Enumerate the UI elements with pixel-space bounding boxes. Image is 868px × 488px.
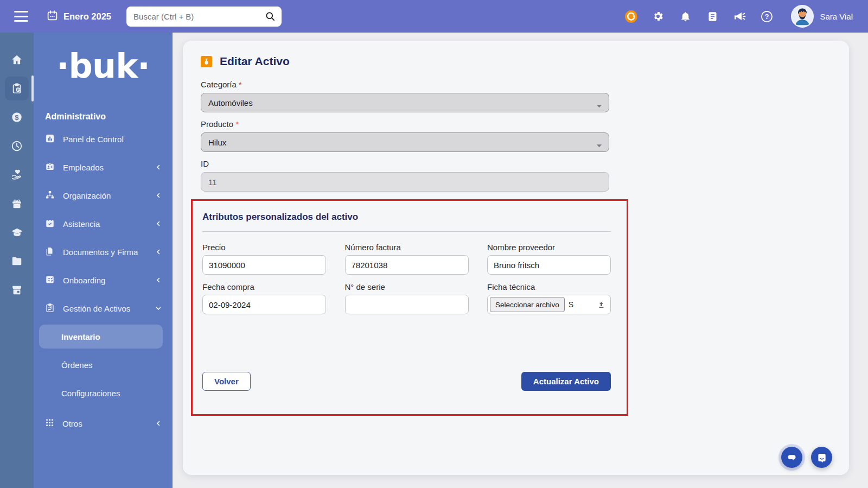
producto-select[interactable]: Hilux (201, 132, 609, 152)
sidebar-menu: ·buk· Administrativo Panel de Control Em… (34, 33, 173, 488)
rail-asset-management-icon[interactable] (5, 77, 29, 100)
page-title: Editar Activo (220, 55, 290, 68)
clipboard-sync-icon (45, 303, 55, 314)
nombre-proveedor-label: Nombre proveedor (487, 243, 611, 252)
sidebar-item-documentos-y-firma[interactable]: Documentos y Firma (34, 238, 173, 266)
checklist-icon (45, 275, 55, 286)
user-name: Sara Vial (820, 12, 853, 21)
ficha-tecnica-file-input[interactable]: Seleccionar archivo S (487, 295, 611, 314)
rail-folder-icon[interactable] (5, 249, 29, 273)
period-selector[interactable]: Enero 2025 (47, 10, 111, 23)
rail-payroll-icon[interactable]: $ (5, 105, 29, 129)
chat-bubble-button[interactable] (781, 447, 802, 468)
sidebar-subitem-configuraciones[interactable]: Configuraciones (34, 379, 173, 407)
main-area: Editar Activo Categoría * Automóviles Pr… (173, 33, 868, 488)
select-file-button[interactable]: Seleccionar archivo (490, 297, 565, 312)
rail-training-icon[interactable] (5, 220, 29, 244)
module-title: Administrativo (34, 99, 173, 125)
sidebar-subitem-label: Órdenes (61, 360, 93, 370)
rail-marketplace-icon[interactable] (5, 278, 29, 302)
rail-gift-icon[interactable] (5, 192, 29, 216)
period-label: Enero 2025 (63, 11, 111, 22)
search-icon[interactable] (265, 11, 276, 24)
settings-gear-icon[interactable] (651, 9, 665, 23)
ficha-tecnica-label: Ficha técnica (487, 282, 611, 291)
precio-field: Precio (202, 243, 326, 275)
user-menu[interactable]: Sara Vial (791, 5, 853, 28)
categoria-field-group: Categoría * Automóviles (201, 80, 609, 112)
help-icon[interactable]: ? (760, 9, 774, 23)
sidebar-subitem-ordenes[interactable]: Órdenes (34, 351, 173, 379)
sidebar-item-panel-de-control[interactable]: Panel de Control (34, 125, 173, 153)
producto-label: Producto * (201, 119, 609, 129)
sidebar-subitem-label: Inventario (61, 332, 100, 341)
sidebar-item-label: Documentos y Firma (63, 248, 138, 257)
ficha-tecnica-field: Ficha técnica Seleccionar archivo S (487, 282, 611, 314)
sidebar-subitem-label: Configuraciones (61, 389, 120, 398)
buk-logo: ·buk· (34, 33, 173, 99)
grid-icon (45, 418, 54, 429)
required-mark: * (235, 119, 239, 129)
asset-tag-icon (201, 56, 212, 67)
back-button[interactable]: Volver (202, 372, 251, 391)
producto-field-group: Producto * Hilux (201, 119, 609, 152)
upload-icon (597, 301, 605, 309)
sidebar-item-empleados[interactable]: Empleados (34, 153, 173, 181)
sidebar-item-otros[interactable]: Otros (34, 409, 173, 438)
announcements-megaphone-icon[interactable] (732, 9, 746, 23)
svg-text:$: $ (15, 114, 19, 122)
categoria-select[interactable]: Automóviles (201, 93, 609, 112)
precio-label: Precio (202, 243, 326, 252)
chevron-left-icon (155, 419, 162, 428)
chevron-down-icon (155, 304, 162, 313)
sidebar-item-asistencia[interactable]: Asistencia (34, 210, 173, 238)
documents-icon (45, 246, 55, 258)
numero-serie-input[interactable] (345, 295, 469, 314)
search-input[interactable] (126, 7, 282, 27)
sidebar-item-label: Panel de Control (63, 135, 124, 144)
nombre-proveedor-input[interactable] (487, 255, 611, 275)
numero-serie-label: N° de serie (345, 282, 469, 291)
sidebar-item-onboarding[interactable]: Onboarding (34, 266, 173, 294)
divider (202, 231, 611, 232)
rail-time-icon[interactable] (5, 134, 29, 158)
search-box (126, 7, 282, 27)
sidebar-item-gestion-de-activos[interactable]: Gestión de Activos (34, 294, 173, 322)
producto-value: Hilux (208, 138, 226, 147)
sidebar-item-organizacion[interactable]: Organización (34, 181, 173, 210)
org-chart-icon (45, 190, 55, 201)
id-field-group: ID (201, 159, 609, 192)
numero-factura-field: Número factura (345, 243, 469, 275)
notifications-bell-icon[interactable] (678, 9, 692, 23)
numero-serie-field: N° de serie (345, 282, 469, 314)
support-chat-button[interactable] (811, 447, 832, 468)
badge-icon (45, 162, 55, 173)
chevron-left-icon (155, 191, 162, 200)
chevron-down-icon (596, 101, 602, 110)
topbar: Enero 2025 ? Sara Vial (0, 0, 868, 33)
nombre-proveedor-field: Nombre proveedor (487, 243, 611, 275)
numero-factura-input[interactable] (345, 255, 469, 275)
chevron-left-icon (155, 219, 162, 229)
rail-benefits-icon[interactable] (5, 163, 29, 187)
sidebar-subitem-inventario[interactable]: Inventario (39, 325, 163, 348)
chevron-left-icon (155, 163, 162, 172)
avatar (791, 5, 814, 28)
calendar-icon (47, 10, 58, 23)
news-document-icon[interactable] (705, 9, 719, 23)
sidebar-item-label: Gestión de Activos (63, 304, 130, 313)
rail-home-icon[interactable] (5, 48, 29, 72)
calendar-check-icon (45, 218, 55, 230)
fecha-compra-input[interactable] (202, 295, 326, 314)
svg-text:?: ? (765, 12, 769, 20)
custom-attributes-title: Atributos personalizados del activo (202, 212, 627, 223)
fecha-compra-label: Fecha compra (202, 282, 326, 291)
numero-factura-label: Número factura (345, 243, 469, 252)
update-asset-button[interactable]: Actualizar Activo (521, 372, 611, 391)
custom-attributes-section: Atributos personalizados del activo Prec… (191, 199, 628, 416)
chevron-down-icon (596, 141, 602, 150)
page-title-row: Editar Activo (201, 55, 849, 68)
menu-toggle-button[interactable] (14, 11, 28, 22)
culture-icon[interactable] (624, 9, 638, 23)
precio-input[interactable] (202, 255, 326, 275)
